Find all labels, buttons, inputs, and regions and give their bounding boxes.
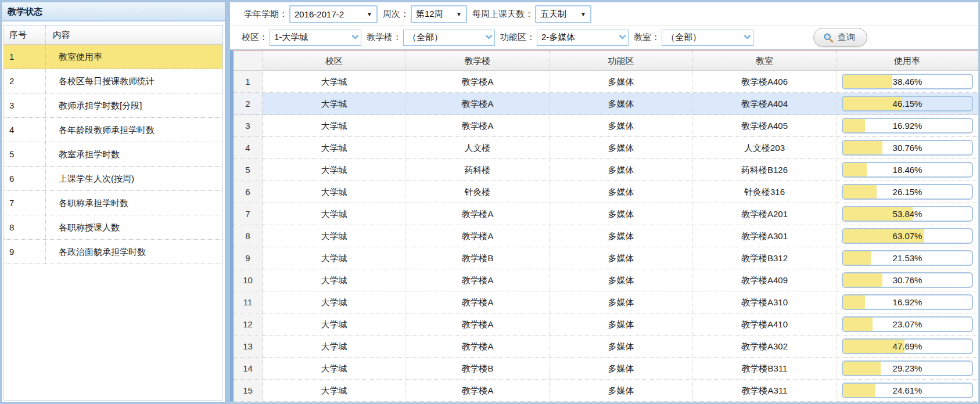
building-label: 教学楼： [367, 32, 401, 43]
sidebar-title: 教学状态 [2, 2, 225, 21]
usage-percent: 63.07% [843, 229, 972, 243]
filter-zone: 功能区： 2-多媒体 [500, 30, 629, 46]
cell-zone: 多媒体 [550, 358, 693, 379]
usage-bar: 46.15% [842, 96, 973, 111]
table-row[interactable]: 6 大学城 针灸楼 多媒体 针灸楼316 26.15% [234, 181, 978, 203]
select-arrow-icon: ▼ [456, 11, 462, 17]
chevron-down-icon [619, 32, 626, 39]
usage-bar: 24.61% [842, 383, 973, 398]
cell-zone: 多媒体 [550, 181, 693, 203]
cell-room: 教学楼B311 [693, 358, 837, 379]
usage-percent: 38.46% [843, 75, 972, 89]
cell-room: 教学楼A301 [693, 225, 837, 247]
cell-campus: 大学城 [263, 159, 406, 181]
cell-building: 教学楼A [406, 225, 550, 247]
table-row[interactable]: 9 大学城 教学楼B 多媒体 教学楼B312 21.53% [234, 247, 978, 269]
cell-building: 药科楼 [406, 159, 550, 181]
table-row[interactable]: 1 大学城 教学楼A 多媒体 教学楼A406 38.46% [234, 71, 978, 93]
table-row[interactable]: 7 大学城 教学楼A 多媒体 教学楼A201 53.84% [234, 203, 978, 225]
cell-campus: 大学城 [263, 247, 406, 269]
table-row[interactable]: 11 大学城 教学楼A 多媒体 教学楼A310 16.92% [234, 291, 978, 313]
cell-campus: 大学城 [263, 269, 406, 291]
sidebar-item-number: 5 [4, 142, 46, 166]
row-number: 13 [234, 336, 263, 357]
usage-bar: 30.76% [842, 272, 973, 288]
sidebar-report-item[interactable]: 2 各校区每日授课教师统计 [4, 69, 222, 93]
usage-bar: 26.15% [842, 184, 973, 200]
cell-zone: 多媒体 [550, 137, 693, 158]
week-label: 周次： [383, 9, 409, 20]
header-row-number [234, 51, 263, 70]
row-number: 11 [234, 291, 263, 313]
cell-room: 针灸楼316 [693, 181, 837, 203]
usage-percent: 29.23% [843, 362, 972, 376]
table-row[interactable]: 3 大学城 教学楼A 多媒体 教学楼A405 16.92% [234, 115, 978, 137]
cell-building: 教学楼A [406, 313, 550, 335]
cell-building: 教学楼A [406, 269, 550, 291]
cell-campus: 大学城 [263, 225, 406, 247]
filter-week: 周次： 第12周 ▼ [383, 5, 467, 23]
usage-bar: 63.07% [842, 228, 973, 244]
cell-zone: 多媒体 [550, 93, 693, 114]
table-row[interactable]: 15 大学城 教学楼A 多媒体 教学楼A311 24.61% [234, 380, 978, 402]
sidebar-report-item[interactable]: 6 上课学生人次(按周) [4, 167, 222, 191]
filter-term: 学年学期： 2016-2017-2 ▼ [244, 5, 378, 23]
search-button[interactable]: 查询 [813, 28, 867, 47]
table-row[interactable]: 4 大学城 人文楼 多媒体 人文楼203 30.76% [234, 137, 978, 159]
cell-room: 教学楼A410 [693, 313, 837, 335]
row-number: 10 [234, 269, 263, 291]
cell-usage: 24.61% [837, 380, 978, 401]
row-number: 5 [234, 159, 263, 181]
table-row[interactable]: 12 大学城 教学楼A 多媒体 教学楼A410 23.07% [234, 313, 978, 336]
row-number: 12 [234, 313, 263, 335]
table-row[interactable]: 14 大学城 教学楼B 多媒体 教学楼B311 29.23% [234, 358, 978, 380]
main-panel: 学年学期： 2016-2017-2 ▼ 周次： 第12周 ▼ 每周上课天数： 五… [230, 2, 979, 403]
table-row[interactable]: 5 大学城 药科楼 多媒体 药科楼B126 18.46% [234, 159, 978, 181]
cell-usage: 63.07% [837, 225, 978, 247]
cell-campus: 大学城 [263, 358, 406, 379]
sidebar-report-item[interactable]: 9 各政治面貌承担学时数 [4, 240, 222, 264]
table-row[interactable]: 2 大学城 教学楼A 多媒体 教学楼A404 46.15% [234, 93, 978, 115]
sidebar-item-label: 教室承担学时数 [46, 142, 222, 166]
usage-percent: 26.15% [843, 185, 972, 199]
room-combo[interactable]: （全部） [662, 30, 753, 46]
cell-zone: 多媒体 [550, 159, 693, 181]
table-row[interactable]: 8 大学城 教学楼A 多媒体 教学楼A301 63.07% [234, 225, 978, 247]
sidebar-report-item[interactable]: 5 教室承担学时数 [4, 142, 222, 167]
cell-building: 教学楼B [406, 247, 550, 269]
term-select[interactable]: 2016-2017-2 ▼ [289, 5, 378, 23]
chevron-down-icon [485, 32, 493, 39]
row-number: 1 [234, 71, 263, 92]
table-row[interactable]: 10 大学城 教学楼A 多媒体 教学楼A409 30.76% [234, 269, 978, 291]
table-row[interactable]: 13 大学城 教学楼A 多媒体 教学楼A302 47.69% [234, 336, 978, 358]
filter-room: 教室： （全部） [634, 30, 753, 46]
sidebar-report-item[interactable]: 7 各职称承担学时数 [4, 191, 222, 215]
sidebar-report-item[interactable]: 8 各职称授课人数 [4, 215, 222, 240]
usage-bar: 18.46% [842, 162, 973, 178]
select-arrow-icon: ▼ [580, 11, 586, 17]
cell-campus: 大学城 [263, 115, 406, 136]
cell-campus: 大学城 [263, 137, 406, 158]
week-select[interactable]: 第12周 ▼ [411, 5, 467, 23]
sidebar-col-index: 序号 [4, 26, 46, 44]
building-combo[interactable]: （全部） [403, 30, 495, 46]
sidebar-report-item[interactable]: 1 教室使用率 [4, 45, 222, 69]
row-number: 4 [234, 137, 263, 158]
row-number: 8 [234, 225, 263, 247]
cell-campus: 大学城 [263, 336, 406, 357]
usage-bar: 16.92% [842, 294, 973, 310]
days-select[interactable]: 五天制 ▼ [535, 5, 591, 23]
cell-usage: 29.23% [837, 358, 978, 379]
zone-label: 功能区： [500, 32, 535, 43]
zone-combo[interactable]: 2-多媒体 [537, 30, 629, 46]
term-label: 学年学期： [244, 9, 288, 20]
cell-building: 教学楼A [406, 93, 550, 114]
header-room: 教室 [693, 51, 837, 70]
filter-bar-top: 学年学期： 2016-2017-2 ▼ 周次： 第12周 ▼ 每周上课天数： 五… [230, 2, 978, 26]
usage-percent: 23.07% [843, 318, 972, 331]
sidebar-report-item[interactable]: 4 各年龄段教师承担学时数 [4, 118, 222, 142]
campus-combo[interactable]: 1-大学城 [270, 30, 361, 46]
grid-header: 校区 教学楼 功能区 教室 使用率 [234, 51, 978, 71]
row-number: 14 [234, 358, 263, 379]
sidebar-report-item[interactable]: 3 教师承担学时数[分段] [4, 93, 222, 118]
